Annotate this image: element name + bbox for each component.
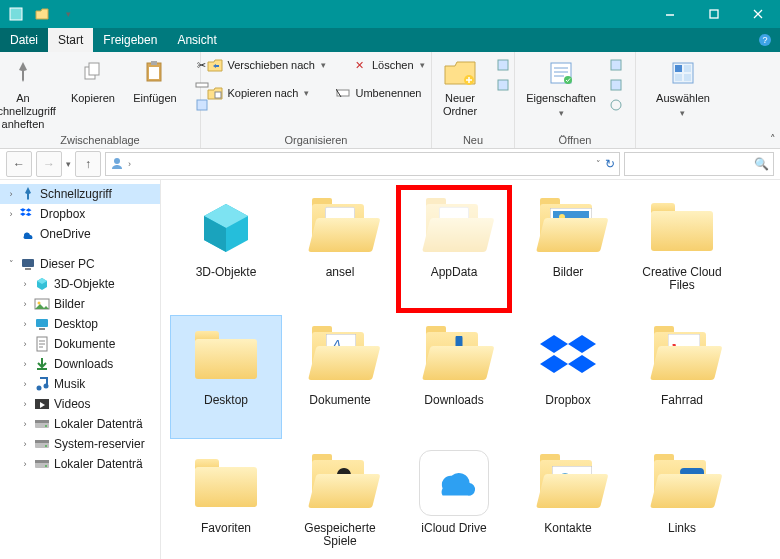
drive-icon [34,456,50,472]
open-button[interactable] [602,56,630,74]
nav-back-button[interactable]: ← [6,151,32,177]
downloads-icon [34,356,50,372]
item-label: iCloud Drive [421,522,486,535]
nav-history-dropdown[interactable]: ▾ [66,159,71,169]
paste-button[interactable]: Einfügen [124,54,186,105]
item-label: Bilder [553,266,584,279]
folder-item[interactable]: 3D-Objekte [171,188,281,310]
expand-toggle-icon[interactable]: › [20,359,30,369]
item-label: Gespeicherte Spiele [288,522,392,548]
select-icon [669,56,697,90]
tree-node-dropbox[interactable]: ›Dropbox [0,204,160,224]
tab-ansicht[interactable]: Ansicht [167,28,226,52]
folder-item[interactable]: Links [627,444,737,559]
minimize-button[interactable] [648,0,692,28]
new-folder-icon [443,56,477,90]
folder-item[interactable]: ansel [285,188,395,310]
help-button[interactable]: ? [750,28,780,52]
folder-item[interactable]: ADokumente [285,316,395,438]
organize-group-label: Organisieren [201,134,431,148]
tree-node-videos[interactable]: ›Videos [0,394,160,414]
system-menu-icon[interactable] [6,4,26,24]
tree-node-3d-objekte[interactable]: ›3D-Objekte [0,274,160,294]
rename-icon [335,85,351,101]
drive-icon [34,436,50,452]
file-menu[interactable]: Datei [0,28,48,52]
expand-toggle-icon[interactable]: › [20,299,30,309]
folder-item[interactable]: Bilder [513,188,623,310]
breadcrumb[interactable]: › ˅ ↻ [105,152,620,176]
edit-button[interactable] [602,76,630,94]
quick-access-folder-icon[interactable] [32,4,52,24]
folder-item[interactable]: Desktop [171,316,281,438]
quick-access-dropdown-icon[interactable]: ▾ [58,4,78,24]
rename-button[interactable]: Umbenennen [329,84,427,102]
item-label: Dokumente [309,394,370,407]
tree-node-schnellzugriff[interactable]: ›Schnellzugriff [0,184,160,204]
copy-button[interactable]: Kopieren [62,54,124,105]
tree-node-lokaler-datenträ[interactable]: ›Lokaler Datenträ [0,454,160,474]
new-item-button[interactable] [489,56,517,74]
folder-item[interactable]: Dropbox [513,316,623,438]
tree-node-bilder[interactable]: ›Bilder [0,294,160,314]
expand-toggle-icon[interactable]: › [20,399,30,409]
folder-item[interactable]: PDFFahrrad [627,316,737,438]
expand-toggle-icon[interactable]: ˅ [6,259,16,269]
tree-node-onedrive[interactable]: OneDrive [0,224,160,244]
tree-node-musik[interactable]: ›Musik [0,374,160,394]
expand-toggle-icon[interactable]: › [20,339,30,349]
svg-point-38 [37,386,42,391]
new-folder-button[interactable]: Neuer Ordner [429,54,491,118]
svg-point-21 [564,76,572,84]
maximize-button[interactable] [692,0,736,28]
easy-access-button[interactable] [489,76,517,94]
expand-toggle-icon[interactable]: › [20,279,30,289]
close-button[interactable] [736,0,780,28]
tab-freigeben[interactable]: Freigeben [93,28,167,52]
tree-node-system-reservier[interactable]: ›System-reservier [0,434,160,454]
nav-tree[interactable]: ›Schnellzugriff›DropboxOneDrive˅Dieser P… [0,180,161,559]
folder-item[interactable]: AppData [399,188,509,310]
expand-toggle-icon[interactable]: › [20,419,30,429]
move-to-button[interactable]: Verschieben nach▾ [201,56,331,74]
content-pane[interactable]: 3D-ObjekteanselAppDataBilderCreative Clo… [161,180,780,559]
expand-toggle-icon[interactable]: › [20,459,30,469]
folder-item[interactable]: Favoriten [171,444,281,559]
folder-item[interactable]: iCloud Drive [399,444,509,559]
drive-icon [34,416,50,432]
nav-up-button[interactable]: ↑ [75,151,101,177]
search-box[interactable]: 🔍 [624,152,774,176]
photo-icon [525,192,611,262]
tree-node-desktop[interactable]: ›Desktop [0,314,160,334]
expand-toggle-icon[interactable]: › [6,209,16,219]
refresh-button[interactable]: ↻ [605,157,615,171]
ribbon-collapse-button[interactable]: ˄ [770,133,776,146]
tab-start[interactable]: Start [48,28,93,52]
open-group-label: Öffnen [515,134,635,148]
tree-node-dokumente[interactable]: ›Dokumente [0,334,160,354]
svg-rect-35 [36,319,48,327]
expand-toggle-icon[interactable]: › [20,439,30,449]
tree-node-lokaler-datenträ[interactable]: ›Lokaler Datenträ [0,414,160,434]
tree-node-downloads[interactable]: ›Downloads [0,354,160,374]
folder-item[interactable]: Downloads [399,316,509,438]
breadcrumb-dropdown-icon[interactable]: ˅ [596,159,601,169]
expand-toggle-icon[interactable]: › [20,319,30,329]
folder-item[interactable]: Gespeicherte Spiele [285,444,395,559]
properties-button[interactable]: Eigenschaften▾ [520,54,602,120]
select-button[interactable]: Auswählen▾ [650,54,716,120]
copy-to-button[interactable]: Kopieren nach▾ [201,84,315,102]
address-row: ← → ▾ ↑ › ˅ ↻ 🔍 [0,149,780,180]
videos-icon [34,396,50,412]
folder-open-doc-icon [297,192,383,262]
delete-button[interactable]: ✕ Löschen▾ [346,56,431,74]
folder-item[interactable]: Kontakte [513,444,623,559]
nav-forward-button[interactable]: → [36,151,62,177]
history-button[interactable] [602,96,630,114]
expand-toggle-icon[interactable]: › [20,379,30,389]
tree-node-dieser-pc[interactable]: ˅Dieser PC [0,254,160,274]
pin-to-quick-access-button[interactable]: An Schnellzugriff anheften [0,54,62,131]
expand-toggle-icon[interactable]: › [6,189,16,199]
folder-item[interactable]: Creative Cloud Files [627,188,737,310]
documents-icon [34,336,50,352]
